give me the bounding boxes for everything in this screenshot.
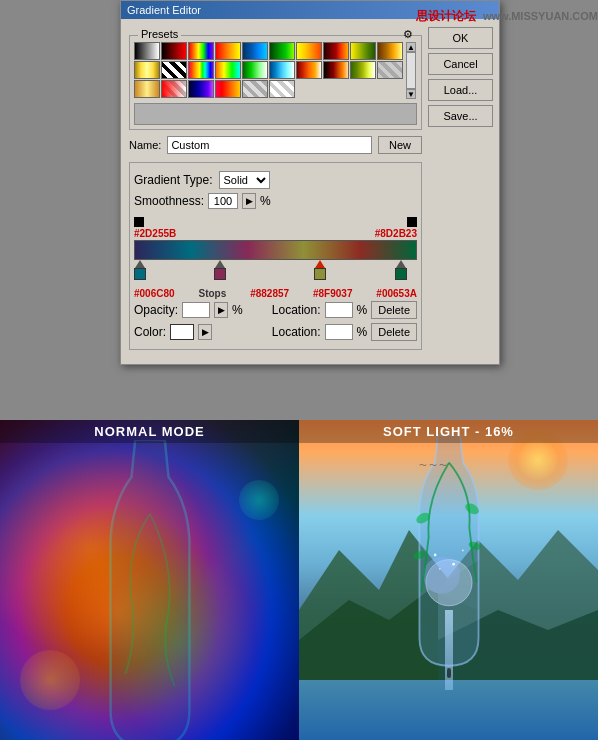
name-input[interactable] bbox=[167, 136, 372, 154]
preset-swatch-23[interactable] bbox=[188, 80, 214, 98]
preset-swatch-21[interactable] bbox=[134, 80, 160, 98]
preset-swatch-10[interactable] bbox=[377, 42, 403, 60]
smoothness-row: Smoothness: ▶ % bbox=[134, 193, 417, 209]
stops-text: Stops bbox=[198, 288, 226, 299]
hex-labels-bottom: #006C80 Stops #882857 #8F9037 #00653A bbox=[134, 288, 417, 299]
presets-scrollbar[interactable]: ▲ ▼ bbox=[405, 42, 417, 99]
save-button[interactable]: Save... bbox=[428, 105, 493, 127]
hex-label-2: #8D2B23 bbox=[375, 228, 417, 239]
preset-swatch-18[interactable] bbox=[323, 61, 349, 79]
stop-color-4 bbox=[395, 268, 407, 280]
preset-swatch-15[interactable] bbox=[242, 61, 268, 79]
opacity-label: Opacity: bbox=[134, 303, 178, 317]
hex-label-6: #00653A bbox=[376, 288, 417, 299]
preset-swatch-14[interactable] bbox=[215, 61, 241, 79]
gradient-bar[interactable] bbox=[134, 240, 417, 260]
normal-mode-panel: NORMAL MODE bbox=[0, 420, 299, 740]
load-button[interactable]: Load... bbox=[428, 79, 493, 101]
preset-swatch-3[interactable] bbox=[188, 42, 214, 60]
bottle-svg-right bbox=[399, 435, 499, 675]
color-location-input[interactable] bbox=[325, 324, 353, 340]
preset-swatch-24[interactable] bbox=[215, 80, 241, 98]
new-button[interactable]: New bbox=[378, 136, 422, 154]
preset-swatch-1[interactable] bbox=[134, 42, 160, 60]
opacity-location-label: Location: bbox=[272, 303, 321, 317]
gradient-settings-section: Gradient Type: Solid Noise Smoothness: ▶… bbox=[129, 162, 422, 350]
color-delete-button[interactable]: Delete bbox=[371, 323, 417, 341]
name-label: Name: bbox=[129, 139, 161, 151]
swatch-row-1 bbox=[134, 42, 403, 60]
gradient-type-select[interactable]: Solid Noise bbox=[219, 171, 270, 189]
hex-label-5: #8F9037 bbox=[313, 288, 352, 299]
preset-swatch-19[interactable] bbox=[350, 61, 376, 79]
birds: 〜 〜 〜 bbox=[419, 460, 447, 471]
svg-point-4 bbox=[452, 563, 455, 566]
hex-labels-top: #2D255B #8D2B23 bbox=[134, 228, 417, 239]
color-stop-2[interactable] bbox=[214, 260, 226, 280]
smoothness-label: Smoothness: bbox=[134, 194, 204, 208]
normal-mode-label: NORMAL MODE bbox=[0, 420, 299, 443]
preset-swatch-12[interactable] bbox=[161, 61, 187, 79]
presets-area: ▲ ▼ bbox=[134, 42, 417, 99]
gradient-editor-dialog: Gradient Editor Presets ⚙ bbox=[120, 0, 500, 365]
preset-swatch-5[interactable] bbox=[242, 42, 268, 60]
color-stop-4[interactable] bbox=[395, 260, 407, 280]
opacity-stop-left[interactable] bbox=[134, 217, 144, 227]
svg-point-2 bbox=[433, 554, 436, 557]
svg-point-5 bbox=[438, 568, 440, 570]
opacity-stepper[interactable]: ▶ bbox=[214, 302, 228, 318]
preset-swatch-13[interactable] bbox=[188, 61, 214, 79]
preset-swatch-20[interactable] bbox=[377, 61, 403, 79]
preset-swatch-2[interactable] bbox=[161, 42, 187, 60]
color-stop-3[interactable] bbox=[314, 260, 326, 280]
color-swatch[interactable] bbox=[170, 324, 194, 340]
dialog-title: Gradient Editor bbox=[127, 4, 201, 16]
name-row: Name: New bbox=[129, 136, 422, 154]
presets-section: Presets ⚙ bbox=[129, 35, 422, 130]
opacity-stop-right[interactable] bbox=[407, 217, 417, 227]
gradient-preview-area bbox=[134, 103, 417, 125]
svg-point-3 bbox=[461, 549, 463, 551]
preset-swatch-17[interactable] bbox=[296, 61, 322, 79]
color-stop-1[interactable] bbox=[134, 260, 146, 280]
preset-swatch-8[interactable] bbox=[323, 42, 349, 60]
watermark-text2: www.MISSYUAN.COM bbox=[483, 10, 598, 22]
dialog-body: Presets ⚙ bbox=[121, 19, 499, 364]
preset-swatch-6[interactable] bbox=[269, 42, 295, 60]
hex-label-4: #882857 bbox=[250, 288, 289, 299]
cancel-button[interactable]: Cancel bbox=[428, 53, 493, 75]
smoothness-stepper[interactable]: ▶ bbox=[242, 193, 256, 209]
color-stops-row bbox=[134, 260, 417, 288]
fantasy-background: 〜 〜 〜 bbox=[299, 420, 598, 740]
presets-gear-icon[interactable]: ⚙ bbox=[403, 28, 413, 41]
swatch-row-2 bbox=[134, 61, 403, 79]
opacity-input[interactable] bbox=[182, 302, 210, 318]
hex-label-3: #006C80 bbox=[134, 288, 175, 299]
watermark: 思设计论坛 www.MISSYUAN.COM bbox=[416, 8, 598, 25]
scroll-up-btn[interactable]: ▲ bbox=[406, 42, 416, 52]
smoothness-input[interactable] bbox=[208, 193, 238, 209]
ok-button[interactable]: OK bbox=[428, 27, 493, 49]
opacity-delete-button[interactable]: Delete bbox=[371, 301, 417, 319]
stop-triangle-1 bbox=[135, 260, 145, 268]
preset-swatch-26[interactable] bbox=[269, 80, 295, 98]
preset-swatch-22[interactable] bbox=[161, 80, 187, 98]
opacity-location-input[interactable] bbox=[325, 302, 353, 318]
stop-triangle-4 bbox=[396, 260, 406, 268]
preset-swatch-7[interactable] bbox=[296, 42, 322, 60]
smoothness-percent: % bbox=[260, 194, 271, 208]
color-stepper[interactable]: ▶ bbox=[198, 324, 212, 340]
preset-swatch-16[interactable] bbox=[269, 61, 295, 79]
preset-swatch-4[interactable] bbox=[215, 42, 241, 60]
stop-color-1 bbox=[134, 268, 146, 280]
comparison-images: NORMAL MODE SOFT LIGHT - 16% bbox=[0, 420, 598, 740]
soft-light-panel: SOFT LIGHT - 16% bbox=[299, 420, 598, 740]
dialog-right-panel: OK Cancel Load... Save... bbox=[428, 27, 493, 356]
small-figure bbox=[447, 668, 451, 678]
preset-swatch-11[interactable] bbox=[134, 61, 160, 79]
scroll-down-btn[interactable]: ▼ bbox=[406, 89, 416, 99]
thermal-background bbox=[0, 420, 299, 740]
preset-swatch-25[interactable] bbox=[242, 80, 268, 98]
preset-swatch-9[interactable] bbox=[350, 42, 376, 60]
opacity-stop-markers bbox=[134, 217, 417, 227]
